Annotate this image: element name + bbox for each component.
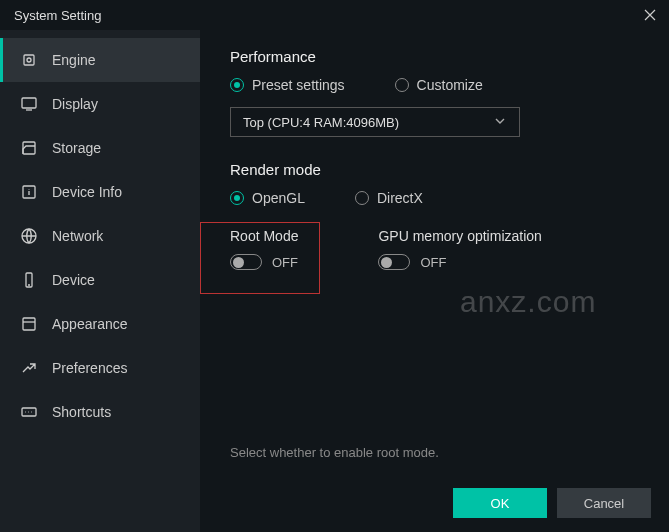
render-title: Render mode (230, 161, 639, 178)
sidebar-item-label: Appearance (52, 316, 128, 332)
radio-dot-icon (230, 191, 244, 205)
sidebar-item-label: Storage (52, 140, 101, 156)
sidebar-item-engine[interactable]: Engine (0, 38, 200, 82)
shortcuts-icon (20, 403, 38, 421)
performance-title: Performance (230, 48, 639, 65)
sidebar-item-appearance[interactable]: Appearance (0, 302, 200, 346)
switch-icon (378, 254, 410, 270)
svg-point-1 (27, 58, 31, 62)
radio-label: DirectX (377, 190, 423, 206)
sidebar-item-label: Network (52, 228, 103, 244)
switch-icon (230, 254, 262, 270)
svg-rect-7 (23, 318, 35, 330)
network-icon (20, 227, 38, 245)
radio-directx[interactable]: DirectX (355, 190, 423, 206)
radio-label: Preset settings (252, 77, 345, 93)
sidebar-item-network[interactable]: Network (0, 214, 200, 258)
sidebar-item-label: Shortcuts (52, 404, 111, 420)
preset-dropdown[interactable]: Top (CPU:4 RAM:4096MB) (230, 107, 520, 137)
preferences-icon (20, 359, 38, 377)
gpu-opt-block: GPU memory optimization OFF (378, 228, 541, 270)
dropdown-value: Top (CPU:4 RAM:4096MB) (243, 115, 399, 130)
gpu-opt-toggle[interactable]: OFF (378, 254, 541, 270)
sidebar-item-label: Device (52, 272, 95, 288)
close-button[interactable] (641, 6, 659, 24)
radio-dot-icon (230, 78, 244, 92)
sidebar-item-display[interactable]: Display (0, 82, 200, 126)
sidebar-item-device-info[interactable]: Device Info (0, 170, 200, 214)
svg-rect-0 (24, 55, 34, 65)
switch-state: OFF (272, 255, 298, 270)
cancel-button[interactable]: Cancel (557, 488, 651, 518)
root-mode-block: Root Mode OFF (230, 228, 298, 270)
window-title: System Setting (14, 8, 101, 23)
sidebar: Engine Display Storage Device Info Netwo… (0, 30, 200, 532)
svg-rect-8 (22, 408, 36, 416)
switch-state: OFF (420, 255, 446, 270)
sidebar-item-device[interactable]: Device (0, 258, 200, 302)
device-icon (20, 271, 38, 289)
engine-icon (20, 51, 38, 69)
chevron-down-icon (493, 114, 507, 131)
storage-icon (20, 139, 38, 157)
hint-text: Select whether to enable root mode. (230, 445, 439, 460)
root-mode-title: Root Mode (230, 228, 298, 244)
content-panel: Performance Preset settings Customize To… (200, 30, 669, 532)
sidebar-item-label: Preferences (52, 360, 127, 376)
appearance-icon (20, 315, 38, 333)
display-icon (20, 95, 38, 113)
radio-dot-icon (355, 191, 369, 205)
radio-opengl[interactable]: OpenGL (230, 190, 305, 206)
svg-rect-2 (22, 98, 36, 108)
root-mode-toggle[interactable]: OFF (230, 254, 298, 270)
sidebar-item-storage[interactable]: Storage (0, 126, 200, 170)
sidebar-item-preferences[interactable]: Preferences (0, 346, 200, 390)
ok-button[interactable]: OK (453, 488, 547, 518)
sidebar-item-label: Engine (52, 52, 96, 68)
watermark: anxz.com (460, 285, 596, 319)
radio-label: Customize (417, 77, 483, 93)
radio-label: OpenGL (252, 190, 305, 206)
sidebar-item-label: Display (52, 96, 98, 112)
sidebar-item-shortcuts[interactable]: Shortcuts (0, 390, 200, 434)
radio-customize[interactable]: Customize (395, 77, 483, 93)
info-icon (20, 183, 38, 201)
close-icon (643, 8, 657, 22)
gpu-opt-title: GPU memory optimization (378, 228, 541, 244)
radio-dot-icon (395, 78, 409, 92)
radio-preset-settings[interactable]: Preset settings (230, 77, 345, 93)
sidebar-item-label: Device Info (52, 184, 122, 200)
